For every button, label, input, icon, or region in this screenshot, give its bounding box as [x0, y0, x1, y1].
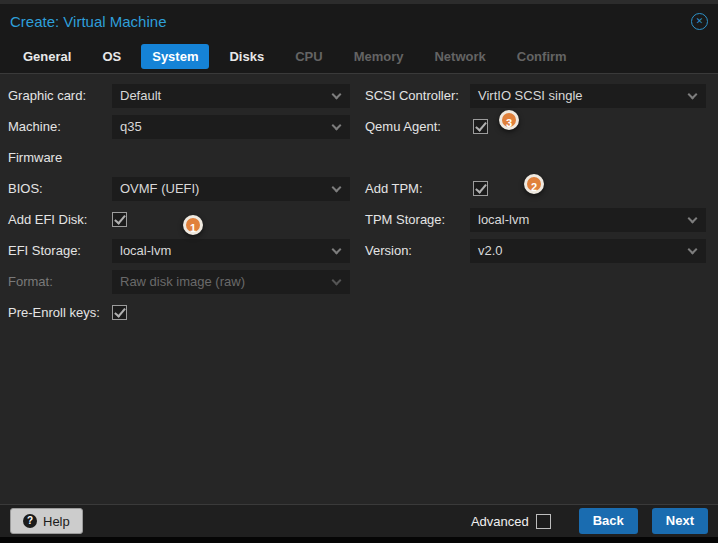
annotation-badge-3: 3 — [499, 110, 519, 130]
dialog-footer: ? Help Advanced Back Next — [0, 504, 718, 537]
chevron-down-icon — [688, 245, 698, 255]
scsi-controller-value: VirtIO SCSI single — [478, 84, 583, 108]
tab-system[interactable]: System — [141, 44, 209, 69]
format-select: Raw disk image (raw) — [112, 270, 350, 294]
row-scsi-controller: SCSI Controller: VirtIO SCSI single — [0, 84, 718, 108]
pre-enroll-keys-label: Pre-Enroll keys: — [8, 301, 100, 325]
tab-memory: Memory — [343, 44, 415, 69]
add-tpm-label: Add TPM: — [365, 177, 423, 201]
close-icon[interactable]: ✕ — [691, 13, 708, 30]
scsi-controller-select[interactable]: VirtIO SCSI single — [470, 84, 706, 108]
scsi-controller-label: SCSI Controller: — [365, 84, 459, 108]
tab-general[interactable]: General — [12, 44, 82, 69]
row-add-tpm: Add TPM: — [0, 177, 718, 201]
tab-cpu: CPU — [284, 44, 333, 69]
create-vm-dialog: Create: Virtual Machine ✕ General OS Sys… — [0, 4, 718, 537]
help-button-label: Help — [43, 514, 70, 529]
back-button[interactable]: Back — [579, 508, 638, 534]
annotation-badge-1: 1 — [183, 215, 203, 235]
row-pre-enroll-keys: Pre-Enroll keys: — [0, 301, 718, 325]
tab-confirm: Confirm — [506, 44, 578, 69]
pre-enroll-keys-checkbox[interactable] — [112, 305, 127, 320]
version-label: Version: — [365, 239, 412, 263]
advanced-label: Advanced — [471, 514, 529, 529]
version-value: v2.0 — [478, 239, 503, 263]
format-value: Raw disk image (raw) — [120, 270, 245, 294]
firmware-section-label: Firmware — [8, 146, 62, 170]
footer-actions: Advanced Back Next — [471, 508, 708, 534]
annotation-badge-2: 2 — [524, 174, 544, 194]
version-select[interactable]: v2.0 — [470, 239, 706, 263]
row-qemu-agent: Qemu Agent: — [0, 115, 718, 139]
row-version: Version: v2.0 — [0, 239, 718, 263]
qemu-agent-label: Qemu Agent: — [365, 115, 441, 139]
wizard-tabbar: General OS System Disks CPU Memory Netwo… — [0, 40, 718, 74]
tab-os[interactable]: OS — [91, 44, 132, 69]
row-format: Format: Raw disk image (raw) — [0, 270, 718, 294]
row-firmware: Firmware — [0, 146, 718, 170]
chevron-down-icon — [688, 90, 698, 100]
help-button[interactable]: ? Help — [10, 508, 83, 534]
row-tpm-storage: TPM Storage: local-lvm — [0, 208, 718, 232]
add-tpm-checkbox[interactable] — [473, 181, 488, 196]
tpm-storage-label: TPM Storage: — [365, 208, 445, 232]
next-button[interactable]: Next — [652, 508, 708, 534]
tpm-storage-value: local-lvm — [478, 208, 529, 232]
format-label: Format: — [8, 270, 53, 294]
tpm-storage-select[interactable]: local-lvm — [470, 208, 706, 232]
advanced-checkbox[interactable] — [536, 514, 551, 529]
chevron-down-icon — [688, 214, 698, 224]
system-tab-panel: Graphic card: Default Machine: q35 Firmw… — [0, 74, 718, 504]
tab-disks[interactable]: Disks — [218, 44, 275, 69]
qemu-agent-checkbox[interactable] — [473, 119, 488, 134]
dialog-title: Create: Virtual Machine — [10, 4, 166, 40]
question-mark-icon: ? — [23, 514, 37, 528]
chevron-down-icon — [332, 276, 342, 286]
tab-network: Network — [423, 44, 496, 69]
dialog-header: Create: Virtual Machine ✕ — [0, 4, 718, 40]
